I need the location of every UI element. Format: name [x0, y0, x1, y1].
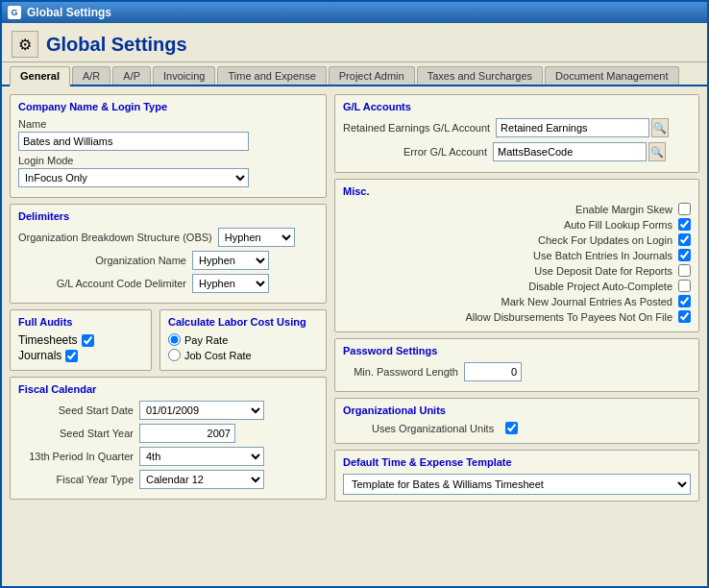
error-gl-label: Error G/L Account — [343, 146, 487, 158]
error-gl-input[interactable] — [493, 142, 647, 161]
period-in-quarter-row: 13th Period In Quarter 4th1st2nd3rd — [18, 447, 318, 466]
fiscal-year-type-row: Fiscal Year Type Calendar 12Calendar 13C… — [18, 470, 318, 489]
mark-new-journal-checkbox[interactable] — [678, 295, 691, 307]
tab-project-admin[interactable]: Project Admin — [329, 66, 415, 85]
company-section: Company Name & Login Type Name Login Mod… — [10, 94, 327, 198]
seed-start-date-row: Seed Start Date 01/01/2009 — [18, 401, 318, 420]
error-gl-search-btn[interactable]: 🔍 — [648, 142, 666, 161]
login-mode-select[interactable]: InFocus Only Windows Both — [18, 168, 249, 187]
check-updates-label: Check For Updates on Login — [538, 234, 672, 246]
pay-rate-label: Pay Rate — [184, 334, 228, 346]
global-settings-window: G Global Settings ⚙ Global Settings Gene… — [0, 0, 709, 588]
use-batch-checkbox[interactable] — [678, 249, 691, 261]
full-audits-title: Full Audits — [18, 316, 143, 328]
use-batch-row: Use Batch Entries In Journals — [343, 249, 691, 261]
mark-new-journal-label: Mark New Journal Entries As Posted — [501, 296, 672, 307]
delimiters-section: Delimiters Organization Breakdown Struct… — [10, 204, 327, 304]
retained-earnings-search-btn[interactable]: 🔍 — [651, 118, 669, 137]
fiscal-year-type-select[interactable]: Calendar 12Calendar 13Custom — [139, 470, 264, 489]
seed-start-date-label: Seed Start Date — [18, 404, 134, 416]
timesheets-checkbox[interactable] — [82, 334, 94, 347]
journals-label: Journals — [18, 349, 61, 362]
tab-bar: General A/R A/P Invoicing Time and Expen… — [2, 62, 707, 86]
title-bar-label: Global Settings — [27, 6, 111, 19]
job-cost-row: Job Cost Rate — [168, 349, 318, 361]
check-updates-checkbox[interactable] — [678, 233, 691, 246]
min-password-label: Min. Password Length — [343, 366, 458, 378]
template-select[interactable]: Template for Bates & Williams Timesheet — [343, 474, 691, 495]
disable-project-checkbox[interactable] — [678, 280, 691, 292]
auto-fill-checkbox[interactable] — [678, 218, 691, 231]
company-name-input[interactable] — [18, 132, 249, 151]
fiscal-calendar-section: Fiscal Calendar Seed Start Date 01/01/20… — [10, 377, 327, 500]
obs-select[interactable]: HyphenPeriodSlash — [218, 228, 295, 247]
tab-time-expense[interactable]: Time and Expense — [217, 66, 326, 85]
obs-label: Organization Breakdown Structure (OBS) — [18, 232, 212, 243]
default-template-section: Default Time & Expense Template Template… — [334, 450, 699, 502]
seed-start-year-row: Seed Start Year — [18, 424, 318, 443]
job-cost-radio[interactable] — [168, 349, 181, 361]
retained-earnings-row: Retained Earnings G/L Account 🔍 — [343, 118, 691, 137]
full-audits-section: Full Audits Timesheets Journals — [10, 309, 152, 371]
misc-section: Misc. Enable Margin Skew Auto Fill Looku… — [334, 179, 699, 332]
fiscal-calendar-title: Fiscal Calendar — [18, 383, 318, 395]
default-template-title: Default Time & Expense Template — [343, 456, 691, 468]
use-batch-label: Use Batch Entries In Journals — [533, 250, 672, 261]
journals-checkbox[interactable] — [65, 350, 78, 362]
use-deposit-row: Use Deposit Date for Reports — [343, 264, 691, 277]
login-mode-label: Login Mode — [18, 155, 318, 166]
uses-org-units-checkbox[interactable] — [505, 422, 518, 434]
header-icon: ⚙ — [12, 31, 38, 58]
obs-row: Organization Breakdown Structure (OBS) H… — [18, 228, 318, 247]
seed-start-year-label: Seed Start Year — [18, 428, 134, 439]
enable-margin-skew-checkbox[interactable] — [678, 203, 691, 215]
tab-ar[interactable]: A/R — [72, 66, 110, 85]
allow-disbursements-label: Allow Disbursements To Payees Not On Fil… — [465, 311, 672, 323]
mark-new-journal-row: Mark New Journal Entries As Posted — [343, 295, 691, 307]
gl-accounts-title: G/L Accounts — [343, 101, 691, 112]
org-units-title: Organizational Units — [343, 404, 691, 416]
allow-disbursements-row: Allow Disbursements To Payees Not On Fil… — [343, 310, 691, 323]
disable-project-label: Disable Project Auto-Complete — [528, 281, 672, 292]
org-name-select[interactable]: HyphenPeriodSlash — [192, 251, 269, 270]
seed-start-year-input[interactable] — [139, 424, 235, 443]
min-password-input[interactable] — [464, 362, 522, 381]
tab-taxes[interactable]: Taxes and Surcharges — [417, 66, 543, 85]
gl-code-row: G/L Account Code Delimiter HyphenPeriodS… — [18, 274, 318, 293]
retained-earnings-input-container: 🔍 — [496, 118, 669, 137]
pay-rate-row: Pay Rate — [168, 333, 318, 346]
tab-ap[interactable]: A/P — [112, 66, 151, 85]
use-deposit-checkbox[interactable] — [678, 264, 691, 277]
login-mode-group: Login Mode InFocus Only Windows Both — [18, 155, 318, 187]
retained-earnings-input[interactable] — [496, 118, 649, 137]
page-title: Global Settings — [46, 34, 187, 56]
period-in-quarter-select[interactable]: 4th1st2nd3rd — [139, 447, 264, 466]
name-field-group: Name — [18, 118, 318, 151]
right-panel: G/L Accounts Retained Earnings G/L Accou… — [334, 94, 699, 578]
company-section-title: Company Name & Login Type — [18, 101, 318, 112]
timesheets-label: Timesheets — [18, 333, 78, 347]
uses-org-units-row: Uses Organizational Units — [343, 422, 691, 434]
enable-margin-skew-label: Enable Margin Skew — [575, 204, 672, 215]
error-gl-input-container: 🔍 — [493, 142, 666, 161]
org-name-label: Organization Name — [18, 255, 186, 266]
labor-cost-section: Calculate Labor Cost Using Pay Rate Job … — [159, 309, 327, 371]
gl-code-select[interactable]: HyphenPeriodSlash — [192, 274, 269, 293]
fiscal-year-type-label: Fiscal Year Type — [18, 474, 134, 485]
title-bar-icon: G — [8, 6, 21, 19]
error-gl-row: Error G/L Account 🔍 — [343, 142, 691, 161]
org-units-section: Organizational Units Uses Organizational… — [334, 398, 699, 444]
pay-rate-radio[interactable] — [168, 333, 181, 346]
password-section: Password Settings Min. Password Length — [334, 338, 699, 392]
use-deposit-label: Use Deposit Date for Reports — [534, 265, 672, 277]
retained-earnings-label: Retained Earnings G/L Account — [343, 122, 490, 134]
password-title: Password Settings — [343, 345, 691, 356]
seed-start-date-select[interactable]: 01/01/2009 — [139, 401, 264, 420]
allow-disbursements-checkbox[interactable] — [678, 310, 691, 323]
tab-general[interactable]: General — [10, 66, 70, 86]
tab-invoicing[interactable]: Invoicing — [153, 66, 215, 85]
misc-title: Misc. — [343, 185, 691, 197]
disable-project-row: Disable Project Auto-Complete — [343, 280, 691, 292]
enable-margin-skew-row: Enable Margin Skew — [343, 203, 691, 215]
tab-document-management[interactable]: Document Management — [545, 66, 678, 85]
